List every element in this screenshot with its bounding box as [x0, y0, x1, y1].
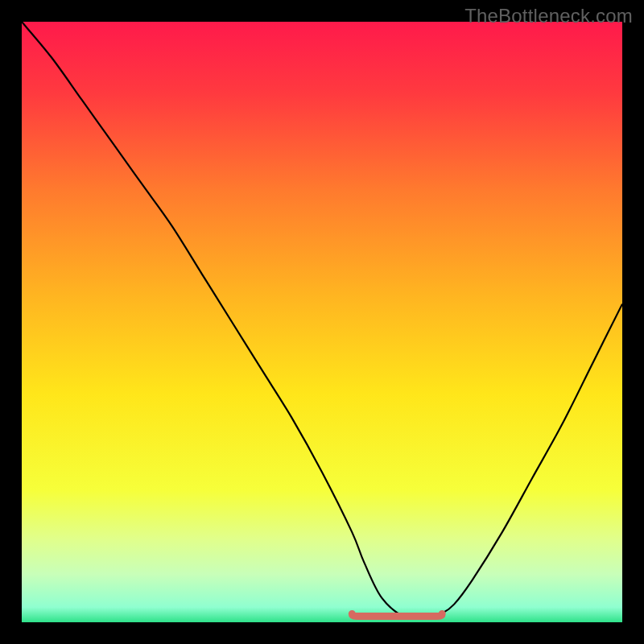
plot-svg: [22, 22, 622, 622]
watermark-text: TheBottleneck.com: [464, 5, 633, 27]
flat-bottom-marker: [352, 614, 442, 617]
plot-area: [22, 22, 622, 622]
chart-frame: TheBottleneck.com: [0, 0, 644, 644]
gradient-background: [22, 22, 622, 622]
